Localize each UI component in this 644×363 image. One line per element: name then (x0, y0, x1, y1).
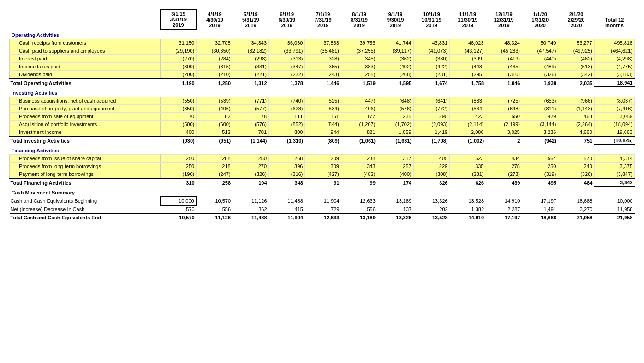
data-cell: 343 (341, 163, 377, 170)
data-cell: 18,688 (522, 213, 558, 221)
data-cell: 309 (305, 163, 341, 170)
data-cell: (18,094) (594, 121, 634, 128)
data-cell: 70 (160, 113, 196, 121)
col-header-11: 1/1/201/31/202020 (522, 10, 558, 29)
data-cell: 4,314 (594, 155, 634, 163)
data-cell: 17,197 (522, 197, 558, 205)
data-cell: 11,958 (594, 205, 634, 213)
data-cell: (308) (413, 170, 449, 179)
data-cell: (427) (305, 170, 341, 179)
data-cell: (402) (377, 63, 413, 71)
data-cell: (1,143) (558, 105, 594, 113)
data-cell: (310) (486, 71, 522, 79)
data-cell: (422) (413, 63, 449, 71)
data-cell: (247) (197, 170, 233, 179)
data-cell: (316) (269, 170, 305, 179)
data-cell: 556 (197, 205, 233, 213)
data-cell: 12,633 (305, 213, 341, 221)
row-label: Total Investing Activities (10, 136, 161, 145)
data-cell: 39,756 (341, 39, 377, 47)
data-cell: 43,831 (413, 39, 449, 47)
data-cell: 18,688 (558, 197, 594, 205)
row-label: Proceeds from issue of share capital (10, 155, 161, 163)
data-cell: 177 (341, 113, 377, 121)
data-cell: (399) (450, 55, 486, 63)
header-row: 3/1/193/31/192019 4/1/194/30/192019 5/1/… (10, 10, 635, 29)
data-cell: (489) (522, 63, 558, 71)
data-cell: (243) (305, 71, 341, 79)
data-cell: 3,375 (594, 163, 634, 170)
data-cell: (740) (269, 97, 305, 105)
table-row: Purchase of property, plant and equipmen… (10, 105, 635, 113)
data-cell: 1,419 (413, 128, 449, 137)
data-cell: (231) (450, 170, 486, 179)
data-cell: 50,740 (522, 39, 558, 47)
data-cell: (347) (269, 63, 305, 71)
data-cell: 11,126 (197, 213, 233, 221)
data-cell: 2,035 (558, 79, 594, 87)
table-row: Net (Increase) Decrease In Cash570556362… (10, 205, 635, 213)
row-label: Acquisition of portfolio investments (10, 121, 161, 128)
data-cell: (210) (197, 71, 233, 79)
data-cell: (1,002) (450, 136, 486, 145)
col-header-2: 4/1/194/30/192019 (197, 10, 233, 29)
total-row: Total Investing Activities(930)(951)(1,1… (10, 136, 635, 145)
data-cell: 11,904 (269, 213, 305, 221)
data-cell: 270 (233, 163, 268, 170)
data-cell: (771) (233, 97, 268, 105)
data-cell: 268 (269, 155, 305, 163)
table-row: Income taxes paid(300)(315)(331)(347)(36… (10, 63, 635, 71)
data-cell: 1,190 (160, 79, 196, 87)
data-cell: (200) (160, 71, 196, 79)
data-cell: (2,264) (558, 121, 594, 128)
data-cell: 729 (305, 205, 341, 213)
data-cell: 288 (197, 155, 233, 163)
total-row: Total Financing Activities31025819434891… (10, 178, 635, 187)
data-cell: (221) (233, 71, 268, 79)
data-cell: 11,126 (233, 197, 268, 205)
data-cell: (37,255) (341, 47, 377, 55)
col-header-1: 3/1/193/31/192019 (160, 10, 196, 29)
data-cell: 13,326 (377, 213, 413, 221)
data-cell: 250 (233, 155, 268, 163)
data-cell: 523 (450, 155, 486, 163)
section-title: Financing Activities (10, 145, 635, 155)
col-header-9: 11/1/1911/30/192019 (450, 10, 486, 29)
data-cell: 11,488 (269, 197, 305, 205)
data-cell: 10,000 (160, 197, 196, 205)
data-cell: 151 (305, 113, 341, 121)
data-cell: 2,287 (486, 205, 522, 213)
data-cell: (3,847) (594, 170, 634, 179)
data-cell: 11,904 (305, 197, 341, 205)
data-cell: 11,488 (233, 213, 268, 221)
data-cell: 41,744 (377, 39, 413, 47)
data-cell: 362 (233, 205, 268, 213)
data-cell: (482) (341, 170, 377, 179)
data-cell: 218 (197, 163, 233, 170)
data-cell: (10,825) (594, 136, 634, 145)
data-cell: (284) (197, 55, 233, 63)
row-label: Investment income (10, 128, 161, 137)
data-cell: 3,059 (594, 113, 634, 121)
data-cell: 240 (558, 163, 594, 170)
data-cell: (564) (450, 105, 486, 113)
data-cell: (576) (377, 105, 413, 113)
data-cell: 34,343 (233, 39, 268, 47)
data-cell: 335 (450, 163, 486, 170)
data-cell: (342) (558, 71, 594, 79)
data-cell: (345) (341, 55, 377, 63)
data-cell: 1,674 (413, 79, 449, 87)
col-header-5: 7/1/197/31/192019 (305, 10, 341, 29)
data-cell: (190) (160, 170, 196, 179)
data-cell: 1,491 (522, 205, 558, 213)
data-cell: (576) (233, 121, 268, 128)
data-cell: (513) (558, 63, 594, 71)
data-cell: (577) (233, 105, 268, 113)
data-cell: 626 (450, 178, 486, 187)
data-cell: 10,570 (160, 213, 196, 221)
data-cell: (725) (486, 97, 522, 105)
data-cell: (600) (197, 121, 233, 128)
data-cell: (628) (269, 105, 305, 113)
data-cell: 434 (486, 155, 522, 163)
data-cell: (525) (305, 97, 341, 105)
